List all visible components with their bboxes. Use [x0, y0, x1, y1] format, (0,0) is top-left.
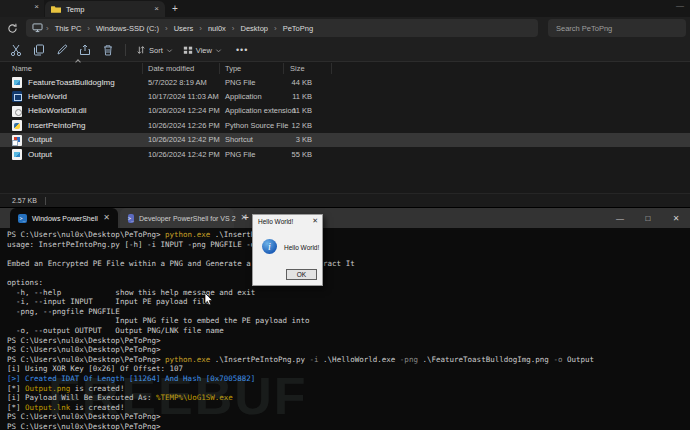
- search-input[interactable]: Search PeToPng: [548, 19, 686, 37]
- file-row[interactable]: Output10/26/2024 12:42 PMShortcut3 KB: [0, 133, 690, 147]
- column-name[interactable]: Name: [12, 64, 32, 73]
- file-date: 10/26/2024 12:42 PM: [148, 150, 220, 159]
- file-size: 44 KB: [240, 78, 312, 87]
- terminal-line: PS C:\Users\nul0x\Desktop\PeToPng>: [7, 345, 690, 355]
- dialog-title: Hello World!: [258, 218, 312, 225]
- close-window-icon[interactable]: ✕: [662, 208, 690, 228]
- breadcrumb-chevron-icon: ›: [198, 24, 203, 33]
- breadcrumb-chevron-icon: ›: [273, 24, 278, 33]
- shortcut-icon: [12, 135, 22, 146]
- this-pc-icon: [32, 23, 43, 33]
- breadcrumb-item[interactable]: Users: [171, 24, 197, 33]
- explorer-tab-partial[interactable]: ×: [0, 0, 44, 17]
- powershell-icon: >_: [128, 214, 134, 223]
- file-name: FeatureToastBulldogImg: [28, 78, 115, 87]
- maximize-window-icon[interactable]: □: [634, 208, 662, 228]
- minimize-window-icon[interactable]: —: [606, 208, 634, 228]
- dialog-title-bar[interactable]: Hello World! ✕: [253, 215, 322, 227]
- status-divider: [45, 197, 46, 205]
- file-size: 12 KB: [240, 121, 312, 130]
- terminal-line: -o, --output OUTPUT Output PNG/LNK file …: [7, 326, 690, 336]
- file-date: 5/7/2022 8:19 AM: [148, 78, 207, 87]
- terminal-line: -i, --input INPUT Input PE payload file: [7, 297, 690, 307]
- column-size[interactable]: Size: [290, 64, 305, 73]
- file-date: 10/17/2024 11:03 AM: [148, 92, 219, 101]
- terminal-content[interactable]: FREEBUF PS C:\Users\nul0x\Desktop\PeToPn…: [0, 228, 690, 430]
- breadcrumb-chevron-icon: ›: [45, 24, 50, 33]
- close-tab-icon[interactable]: ×: [34, 3, 39, 11]
- column-separator: [331, 63, 332, 74]
- breadcrumb-item[interactable]: Windows-SSD (C:): [93, 24, 162, 33]
- close-dialog-icon[interactable]: ✕: [312, 217, 318, 225]
- file-row[interactable]: FeatureToastBulldogImg5/7/2022 8:19 AMPN…: [0, 75, 690, 89]
- column-separator: [219, 63, 220, 74]
- explorer-tab-temp[interactable]: Temp ×: [45, 1, 165, 17]
- ok-button[interactable]: OK: [286, 269, 317, 280]
- search-placeholder: Search PeToPng: [556, 24, 612, 33]
- mouse-cursor: [204, 293, 213, 306]
- terminal-line: usage: InsertPeIntoPng.py [-h] -i INPUT …: [7, 240, 690, 250]
- png-file-icon: [12, 149, 22, 160]
- file-name: HelloWorldDll.dll: [28, 106, 87, 115]
- explorer-status-bar: 2.57 KB: [0, 193, 690, 207]
- terminal-tab-label: Developer PowerShell for VS 2: [139, 215, 236, 222]
- file-size: 3 KB: [240, 135, 312, 144]
- column-type[interactable]: Type: [225, 64, 241, 73]
- address-bar-row: ›This PC›Windows-SSD (C:)›Users›nul0x›De…: [0, 17, 690, 39]
- application-icon: [12, 91, 22, 102]
- column-header-row: Name Date modified Type Size: [0, 62, 690, 75]
- close-tab-icon[interactable]: ✕: [103, 214, 110, 222]
- terminal-line: [*] Output.png is created!: [7, 384, 690, 394]
- view-button[interactable]: View: [183, 45, 222, 55]
- share-icon[interactable]: [78, 43, 92, 57]
- minimize-window-icon[interactable]: —: [676, 1, 684, 10]
- tab-windows-powershell[interactable]: >_ Windows PowerShell ✕: [10, 208, 118, 228]
- file-row[interactable]: HelloWorld10/17/2024 11:03 AMApplication…: [0, 89, 690, 103]
- delete-icon[interactable]: [101, 43, 115, 57]
- file-name: InsertPeIntoPng: [28, 121, 85, 130]
- terminal-line: Input PNG file to embed the PE payload i…: [7, 316, 690, 326]
- python-file-icon: [12, 120, 22, 131]
- file-date: 10/26/2024 12:42 PM: [148, 135, 220, 144]
- terminal-line: [7, 249, 690, 259]
- terminal-line: -h, --help show this help message and ex…: [7, 288, 690, 298]
- terminal-line: PS C:\Users\nul0x\Desktop\PeToPng>: [7, 412, 690, 422]
- column-date[interactable]: Date modified: [148, 64, 194, 73]
- rename-icon[interactable]: [55, 43, 69, 57]
- breadcrumb-item[interactable]: Desktop: [238, 24, 272, 33]
- file-row[interactable]: InsertPeIntoPng10/26/2024 12:26 PMPython…: [0, 118, 690, 132]
- chevron-down-icon: [215, 47, 222, 54]
- sort-label: Sort: [149, 46, 163, 55]
- file-date: 10/26/2024 12:26 PM: [148, 121, 220, 130]
- dialog-message: Hello World!: [284, 244, 319, 251]
- selected-size-text: 2.57 KB: [12, 197, 37, 204]
- cut-icon[interactable]: [9, 43, 23, 57]
- chevron-down-icon: [166, 47, 173, 54]
- terminal-line: [*] Output.lnk is created!: [7, 403, 690, 413]
- terminal-tab-label: Windows PowerShell: [32, 215, 98, 222]
- file-list: FeatureToastBulldogImg5/7/2022 8:19 AMPN…: [0, 75, 690, 161]
- breadcrumb[interactable]: ›This PC›Windows-SSD (C:)›Users›nul0x›De…: [26, 19, 538, 37]
- breadcrumb-item[interactable]: PeToPng: [280, 24, 316, 33]
- breadcrumb-item[interactable]: nul0x: [205, 24, 229, 33]
- terminal-line: -png, --pngfile PNGFILE: [7, 307, 690, 317]
- file-name: Output: [28, 135, 52, 144]
- column-separator: [142, 63, 143, 74]
- file-row[interactable]: HelloWorldDll.dll10/26/2024 12:24 PMAppl…: [0, 104, 690, 118]
- copy-icon[interactable]: [32, 43, 46, 57]
- sort-arrows-icon: [136, 45, 146, 55]
- new-terminal-tab-button[interactable]: +: [243, 212, 249, 223]
- view-label: View: [196, 46, 212, 55]
- file-row[interactable]: Output10/26/2024 12:42 PMPNG File55 KB: [0, 147, 690, 161]
- info-icon: i: [262, 239, 277, 254]
- tab-developer-powershell[interactable]: >_ Developer PowerShell for VS 2 ✕: [120, 208, 234, 228]
- terminal-tab-bar: >_ Windows PowerShell ✕ >_ Developer Pow…: [0, 208, 690, 228]
- view-grid-icon: [183, 45, 193, 55]
- sort-button[interactable]: Sort: [136, 45, 173, 55]
- more-options-icon[interactable]: •••: [236, 45, 248, 55]
- terminal-line: options:: [7, 278, 690, 288]
- new-tab-button[interactable]: +: [172, 3, 178, 14]
- breadcrumb-item[interactable]: This PC: [52, 24, 85, 33]
- refresh-icon[interactable]: [7, 23, 18, 34]
- close-tab-icon[interactable]: ×: [154, 5, 159, 13]
